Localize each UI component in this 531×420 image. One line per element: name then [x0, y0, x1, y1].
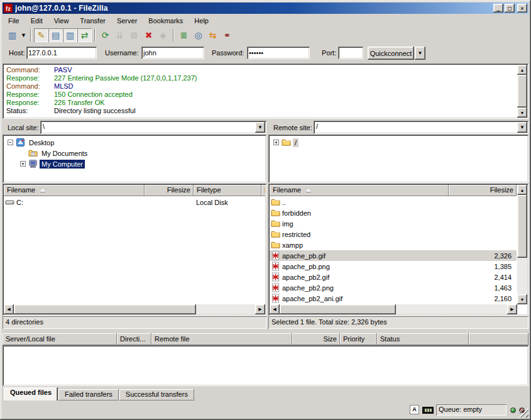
scroll-down-icon[interactable]: ▼	[517, 108, 527, 118]
find-files-button[interactable]: ⚭	[220, 28, 234, 42]
queue-column-status[interactable]: Status	[377, 333, 469, 345]
speed-limits-icon[interactable]	[422, 407, 434, 414]
disconnect-button[interactable]: ✖	[141, 28, 156, 42]
tree-item[interactable]: +My Computer	[4, 158, 265, 169]
log-scroll-thumb[interactable]	[517, 75, 527, 108]
file-row[interactable]: forbidden	[270, 207, 517, 218]
toggle-message-log-button[interactable]: ✎	[34, 28, 48, 42]
quickconnect-dropdown-button[interactable]: ▼	[415, 47, 425, 60]
log-line-text: 226 Transfer OK	[54, 99, 105, 106]
username-input[interactable]	[141, 47, 204, 59]
log-line-text: Directory listing successful	[54, 107, 136, 114]
log-scrollbar[interactable]: ▲ ▼	[517, 65, 527, 118]
quickconnect-button[interactable]: Quickconnect	[368, 47, 414, 60]
remote-site-combo[interactable]: / ▼	[314, 121, 528, 134]
file-name-label: apache_pb.png	[282, 263, 330, 270]
scroll-left-icon[interactable]: ◀	[4, 304, 14, 314]
file-row[interactable]: restricted	[270, 229, 517, 240]
scroll-right-icon[interactable]: ▶	[507, 304, 517, 314]
column-header-filetype[interactable]: Filetype	[194, 185, 261, 196]
local-site-combo[interactable]: \ ▼	[40, 121, 266, 134]
queue-column-remotefile[interactable]: Remote file	[151, 333, 292, 345]
tab-queued-files[interactable]: Queued files	[4, 387, 58, 401]
file-row[interactable]: apache_pb.gif2,326	[270, 250, 517, 261]
file-row[interactable]: apache_pb2_ani.gif2,160	[270, 293, 517, 304]
file-row[interactable]: apache_pb2.gif2,414	[270, 272, 517, 282]
queue-column-priority[interactable]: Priority	[340, 333, 377, 345]
menu-help[interactable]: Help	[189, 16, 214, 26]
column-header-filesize[interactable]: Filesize	[449, 185, 517, 196]
column-header-filesize[interactable]: Filesize	[145, 185, 194, 196]
synchronized-browsing-button[interactable]: ⇆	[205, 28, 220, 42]
column-header-filename[interactable]: Filename	[4, 185, 145, 196]
reconnect-button[interactable]: ◈	[156, 28, 170, 42]
site-manager-dropdown[interactable]: ▼	[19, 28, 28, 42]
process-queue-button[interactable]: ⇊	[112, 28, 127, 42]
scroll-down-icon[interactable]: ▼	[517, 294, 527, 304]
file-row[interactable]: img	[270, 218, 517, 229]
remote-hscroll-thumb[interactable]	[280, 304, 396, 314]
site-manager-button[interactable]: ▥	[5, 28, 19, 42]
local-hscroll-thumb[interactable]	[14, 304, 196, 314]
menu-server[interactable]: Server	[111, 16, 143, 26]
host-input[interactable]	[26, 47, 97, 59]
menu-file[interactable]: File	[3, 16, 25, 26]
file-name-label: apache_pb2.gif	[282, 274, 329, 281]
queue-column-serverlocalfile[interactable]: Server/Local file	[3, 333, 117, 345]
expand-plus-icon[interactable]: +	[273, 140, 279, 145]
resize-grip-icon[interactable]	[520, 409, 528, 417]
file-row[interactable]: apache_pb2.png1,463	[270, 282, 517, 293]
maximize-button[interactable]: □	[505, 4, 515, 13]
refresh-button[interactable]: ⟳	[98, 28, 112, 42]
toolbar-separator	[30, 29, 31, 41]
expand-plus-icon[interactable]: +	[20, 161, 26, 167]
filename-filters-button[interactable]: ≣	[177, 28, 191, 42]
remote-site-dropdown-button[interactable]: ▼	[517, 122, 527, 133]
local-hscrollbar[interactable]: ◀ ▶	[4, 304, 265, 314]
chevron-down-icon: ▼	[520, 124, 525, 130]
remote-hscrollbar[interactable]: ◀ ▶	[270, 304, 517, 314]
file-row[interactable]: xampp	[270, 240, 517, 250]
queue-column-size[interactable]: Size	[292, 333, 340, 345]
local-status-text: 4 directories	[3, 316, 266, 329]
scroll-up-icon[interactable]: ▲	[517, 185, 527, 195]
menu-edit[interactable]: Edit	[25, 16, 48, 26]
queue-column-directi[interactable]: Directi...	[117, 333, 151, 345]
tree-item[interactable]: My Documents	[4, 148, 265, 158]
tab-successful-transfers[interactable]: Successful transfers	[119, 389, 194, 401]
scroll-left-icon[interactable]: ◀	[270, 304, 280, 314]
column-header-l[interactable]: L	[261, 185, 265, 196]
scroll-up-icon[interactable]: ▲	[517, 65, 527, 75]
close-button[interactable]: ✕	[517, 4, 527, 13]
remote-vscroll-thumb[interactable]	[517, 195, 527, 258]
local-site-dropdown-button[interactable]: ▼	[255, 122, 265, 133]
quickconnect-bar: Host: Username: Password: Port: Quickcon…	[3, 43, 528, 62]
menu-bookmarks[interactable]: Bookmarks	[143, 16, 189, 26]
tree-item[interactable]: −Desktop	[4, 137, 265, 148]
minimize-button[interactable]: _	[493, 4, 503, 13]
file-row[interactable]: apache_pb.png1,385	[270, 261, 517, 272]
site-manager-icon: ▥	[8, 30, 16, 40]
column-header-filename[interactable]: Filename	[270, 185, 449, 196]
folder-icon	[271, 240, 280, 250]
tree-item[interactable]: +/	[270, 137, 527, 148]
toggle-remote-tree-button[interactable]: ▥	[63, 28, 77, 42]
cancel-operation-icon: ⊠	[131, 30, 138, 40]
scroll-right-icon[interactable]: ▶	[255, 304, 265, 314]
port-input[interactable]	[338, 47, 363, 59]
remote-site-bar: Remote site: / ▼	[268, 121, 528, 134]
cancel-operation-button[interactable]: ⊠	[127, 28, 141, 42]
file-size: 1,463	[449, 284, 512, 292]
menu-transfer[interactable]: Transfer	[74, 16, 111, 26]
file-row[interactable]: C:Local Disk	[4, 197, 265, 207]
tab-failed-transfers[interactable]: Failed transfers	[58, 389, 119, 401]
toggle-local-tree-button[interactable]: ▤	[48, 28, 63, 42]
remote-vscrollbar[interactable]: ▲ ▼	[517, 185, 527, 304]
chevron-down-icon: ▼	[418, 50, 423, 56]
directory-comparison-button[interactable]: ◎	[191, 28, 205, 42]
password-input[interactable]	[247, 47, 310, 59]
collapse-minus-icon[interactable]: −	[8, 140, 13, 145]
toggle-transfer-queue-button[interactable]: ⇄	[77, 28, 92, 42]
file-row[interactable]: ..	[270, 197, 517, 207]
menu-view[interactable]: View	[48, 16, 75, 26]
